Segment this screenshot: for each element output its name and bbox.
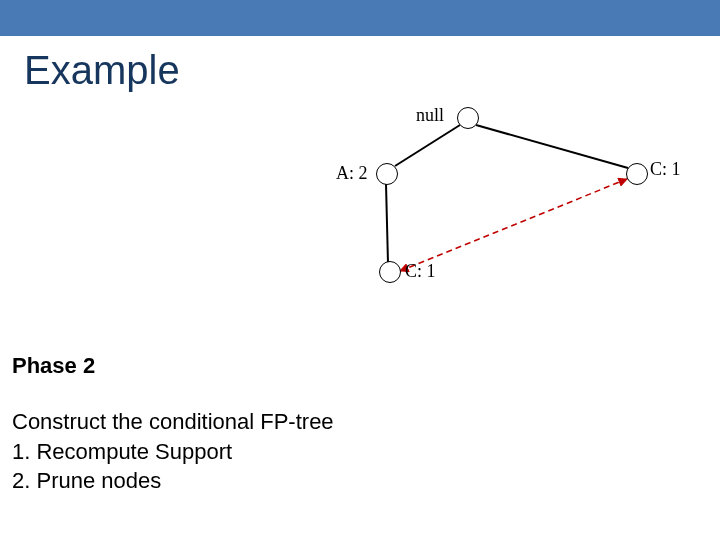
body-line-3: 2. Prune nodes — [12, 466, 720, 496]
edge-a-c-left — [386, 184, 388, 263]
top-bar — [0, 0, 720, 36]
tree-edges — [0, 93, 720, 313]
label-c-left: C: 1 — [405, 261, 436, 282]
fp-tree-diagram: null A: 2 C: 1 C: 1 — [0, 93, 720, 313]
edge-root-c-right — [476, 125, 628, 168]
node-c-right — [626, 163, 648, 185]
body-line-1: Construct the conditional FP-tree — [12, 407, 720, 437]
node-c-left — [379, 261, 401, 283]
label-root: null — [416, 105, 444, 126]
label-c-right: C: 1 — [650, 159, 681, 180]
node-a — [376, 163, 398, 185]
node-root — [457, 107, 479, 129]
label-a: A: 2 — [336, 163, 368, 184]
edge-root-a — [395, 125, 460, 166]
body-text: Construct the conditional FP-tree 1. Rec… — [12, 407, 720, 496]
phase-heading: Phase 2 — [12, 353, 720, 379]
body-line-2: 1. Recompute Support — [12, 437, 720, 467]
slide-title: Example — [24, 48, 720, 93]
link-c-c-dashed — [400, 179, 627, 271]
